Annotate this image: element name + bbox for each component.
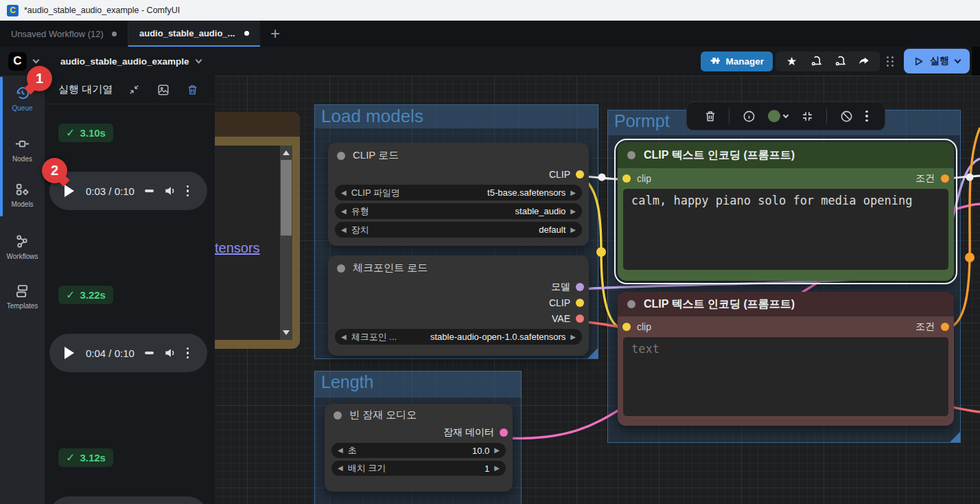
arrow-right-icon[interactable]: ▶ — [570, 334, 576, 341]
widget-clip-name[interactable]: ◀ CLIP 파일명 t5-base.safetensors ▶ — [335, 185, 582, 201]
node-header[interactable]: 빈 잠재 오디오 — [325, 404, 513, 424]
node-clip-text-encode-negative[interactable]: CLIP 텍스트 인코딩 (프롬프트) clip 조건 text — [618, 292, 954, 426]
sidebar-item-workflows[interactable]: Workflows — [0, 233, 45, 260]
scroll-up-icon[interactable] — [283, 150, 290, 155]
arrow-right-icon[interactable]: ▶ — [570, 190, 576, 196]
toolbar-drag-handle[interactable] — [887, 56, 894, 67]
widget-batch-size[interactable]: ◀ 배치 크기 1 ▶ — [331, 461, 506, 476]
bypass-node-button[interactable] — [840, 110, 853, 123]
slot-label: CLIP — [549, 169, 570, 180]
node-clip-text-encode-positive[interactable]: CLIP 텍스트 인코딩 (프롬프트) clip 조건 calm, happy … — [618, 142, 954, 281]
volume-icon[interactable] — [163, 184, 177, 198]
note-node[interactable]: tensors — [206, 112, 300, 349]
player-menu-button[interactable] — [187, 185, 189, 197]
player-time: 0:03 / 0:10 — [86, 185, 135, 197]
node-checkpoint-loader[interactable]: 체크포인트 로드 모델 CLIP VAE ◀ 체크포인 ... stable-a… — [328, 255, 589, 356]
output-slot-latent[interactable]: 잠재 데이터 — [325, 424, 513, 440]
output-slot-conditioning[interactable]: 조건 — [915, 172, 949, 185]
group-resize-handle[interactable] — [950, 432, 960, 442]
widget-seconds[interactable]: ◀ 초 10.0 ▶ — [331, 443, 506, 458]
arrow-left-icon[interactable]: ◀ — [341, 190, 347, 196]
clear-queue-trash-icon[interactable] — [187, 84, 198, 95]
output-dot-conditioning[interactable] — [941, 323, 949, 331]
sidebar-item-templates[interactable]: Templates — [0, 283, 45, 310]
node-info-button[interactable] — [743, 110, 756, 123]
output-dot-conditioning[interactable] — [941, 174, 949, 183]
sidebar-item-models[interactable]: Models — [0, 181, 45, 208]
run-button[interactable]: 실행 — [904, 49, 970, 73]
output-slot-conditioning[interactable]: 조건 — [915, 321, 949, 333]
seek-bar[interactable] — [145, 190, 154, 192]
node-header[interactable]: CLIP 텍스트 인코딩 (프롬프트) — [618, 142, 954, 168]
arrow-left-icon[interactable]: ◀ — [338, 447, 343, 454]
prompt-textarea[interactable]: calm, happy piano solo for media opening — [623, 189, 948, 270]
arrow-right-icon[interactable]: ▶ — [494, 447, 500, 454]
output-slot-clip[interactable]: CLIP — [328, 295, 589, 310]
group-title[interactable]: Length — [315, 371, 521, 398]
play-icon[interactable] — [65, 347, 74, 359]
play-icon[interactable] — [65, 185, 74, 197]
scrollbar-thumb[interactable] — [281, 160, 292, 236]
collapse-panel-icon[interactable] — [128, 84, 140, 95]
slot-dot-latent[interactable] — [500, 428, 508, 437]
node-header[interactable]: CLIP 텍스트 인코딩 (프롬프트) — [618, 292, 954, 317]
step-marker-2: 2 — [42, 158, 67, 183]
note-scrollbar[interactable] — [280, 146, 292, 340]
workflow-name-menu[interactable]: audio_stable_audio_example — [60, 56, 201, 67]
node-color-picker-button[interactable] — [768, 110, 788, 122]
image-results-icon[interactable] — [157, 84, 170, 96]
output-slot-clip[interactable]: CLIP — [328, 166, 589, 182]
node-header[interactable]: CLIP 로드 — [328, 143, 589, 166]
node-clip-loader[interactable]: CLIP 로드 CLIP ◀ CLIP 파일명 t5-base.safetens… — [328, 143, 589, 246]
comfyui-logo[interactable]: C — [8, 52, 27, 71]
favorites-star-button[interactable]: ★ — [780, 54, 804, 69]
new-workflow-tab-button[interactable]: + — [260, 21, 290, 47]
arrow-right-icon[interactable]: ▶ — [570, 227, 576, 233]
node-header[interactable]: 체크포인트 로드 — [328, 255, 589, 279]
widget-value: stable_audio — [515, 206, 566, 216]
slot-dot-vae[interactable] — [576, 314, 584, 323]
node-more-options-button[interactable] — [865, 111, 868, 122]
node-empty-latent-audio[interactable]: 빈 잠재 오디오 잠재 데이터 ◀ 초 10.0 ▶ ◀ 배치 크기 1 ▶ — [325, 404, 513, 492]
tab-unsaved-workflow[interactable]: Unsaved Workflow (12) — [0, 21, 128, 47]
note-node-header[interactable] — [206, 112, 300, 137]
delete-node-button[interactable] — [704, 110, 716, 122]
seek-bar[interactable] — [145, 352, 154, 354]
arrow-left-icon[interactable]: ◀ — [341, 208, 347, 215]
arrow-right-icon[interactable]: ▶ — [494, 465, 500, 472]
widget-type[interactable]: ◀ 유형 stable_audio ▶ — [335, 203, 582, 219]
chevron-down-icon[interactable] — [33, 57, 40, 64]
group-resize-handle[interactable] — [587, 348, 598, 358]
player-menu-button[interactable] — [187, 347, 189, 359]
output-slot-model[interactable]: 모델 — [328, 279, 589, 295]
arrow-left-icon[interactable]: ◀ — [341, 227, 347, 233]
audio-player-1: 0:03 / 0:10 — [49, 172, 207, 210]
widget-device[interactable]: ◀ 장치 default ▶ — [335, 222, 582, 238]
arrow-left-icon[interactable]: ◀ — [341, 334, 347, 341]
volume-icon[interactable] — [163, 346, 177, 360]
notification-bell-button-1[interactable] — [804, 55, 828, 67]
scroll-down-icon[interactable] — [283, 330, 290, 335]
collapse-node-button[interactable] — [801, 110, 814, 123]
notification-bell-button-2[interactable] — [828, 55, 852, 67]
manager-button[interactable]: Manager — [701, 51, 773, 71]
audio-player-2: 0:04 / 0:10 — [49, 334, 207, 372]
slot-dot-model[interactable] — [576, 283, 584, 291]
input-dot-clip[interactable] — [622, 323, 631, 331]
chevron-down-icon[interactable] — [955, 57, 961, 64]
tab-active-workflow[interactable]: audio_stable_audio_... — [128, 21, 260, 47]
safetensors-link[interactable]: tensors — [215, 240, 260, 256]
sidebar-item-nodes[interactable]: Nodes — [0, 136, 45, 163]
puzzle-icon — [710, 56, 720, 67]
prompt-textarea[interactable]: text — [623, 337, 948, 416]
output-slot-vae[interactable]: VAE — [328, 310, 589, 326]
share-button[interactable] — [852, 55, 876, 67]
arrow-left-icon[interactable]: ◀ — [338, 465, 343, 472]
arrow-right-icon[interactable]: ▶ — [570, 208, 576, 215]
input-dot-clip[interactable] — [622, 174, 631, 183]
slot-dot-clip[interactable] — [576, 170, 584, 179]
unsaved-dot-icon — [112, 32, 117, 36]
slot-dot-clip[interactable] — [576, 299, 584, 307]
group-title[interactable]: Load models — [315, 105, 598, 128]
widget-checkpoint-name[interactable]: ◀ 체크포인 ... stable-audio-open-1.0.safeten… — [335, 329, 582, 345]
